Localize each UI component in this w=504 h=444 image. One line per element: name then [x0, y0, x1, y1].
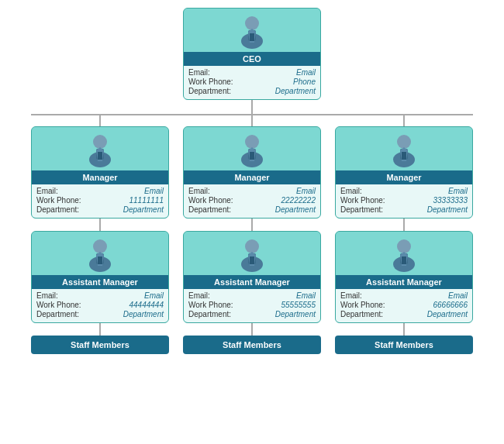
mgr3-person-icon: [386, 132, 422, 167]
assistant-level: Assistant Manager Email: Email Work Phon…: [31, 231, 473, 336]
mgr2-email-value: Email: [296, 187, 316, 195]
ceo-email-row: Email: Email: [188, 68, 316, 77]
staff-2-card: Staff Members: [183, 336, 321, 354]
asst3-v-bottom: [403, 323, 405, 336]
mgr2-email-label: Email:: [188, 187, 210, 195]
ceo-v-connector: [251, 100, 253, 114]
ceo-phone-value: Phone: [293, 77, 316, 86]
mgr1-avatar: [32, 127, 168, 170]
svg-point-15: [397, 135, 411, 149]
svg-point-20: [93, 239, 107, 253]
asst3-email-value: Email: [448, 291, 468, 300]
mgr2-dept-label: Department:: [188, 205, 231, 214]
asst3-body: Email: Email Work Phone: 66666666 Depart…: [336, 289, 472, 322]
mgr3-dept-label: Department:: [340, 205, 383, 214]
svg-point-10: [245, 135, 259, 149]
asst1-phone-row: Work Phone: 44444444: [36, 301, 164, 309]
manager-3-col: Manager Email: Email Work Phone: 3333333…: [335, 115, 473, 231]
asst2-dept-row: Department: Department: [188, 310, 316, 318]
asst1-person-icon: [82, 236, 118, 272]
asst2-email-row: Email: Email: [188, 291, 316, 300]
asst1-dept-row: Department: Department: [36, 310, 164, 318]
staff-1-card: Staff Members: [31, 336, 169, 354]
mgr1-phone-value: 11111111: [129, 196, 164, 205]
person-icon: [234, 13, 270, 49]
mgr2-email-row: Email: Email: [188, 187, 316, 195]
asst1-email-label: Email:: [36, 291, 58, 300]
svg-rect-14: [250, 152, 254, 160]
ceo-email-label: Email:: [188, 68, 210, 77]
mgr3-title: Manager: [336, 170, 472, 184]
mgr3-email-row: Email: Email: [340, 187, 468, 195]
asst3-phone-row: Work Phone: 66666666: [340, 301, 468, 309]
asst2-avatar: [184, 232, 320, 275]
asst1-col: Assistant Manager Email: Email Work Phon…: [31, 231, 169, 336]
mgr3-dept-row: Department: Department: [340, 205, 468, 214]
ceo-avatar: [184, 9, 320, 52]
ceo-title: CEO: [184, 52, 320, 66]
asst3-dept-value: Department: [427, 310, 468, 318]
mgr3-phone-value: 33333333: [433, 196, 468, 205]
asst3-email-row: Email: Email: [340, 291, 468, 300]
mgr2-body: Email: Email Work Phone: 22222222 Depart…: [184, 184, 320, 218]
asst3-email-label: Email:: [340, 291, 362, 300]
manager-3-card: Manager Email: Email Work Phone: 3333333…: [335, 126, 473, 219]
manager-1-card: Manager Email: Email Work Phone: 1111111…: [31, 126, 169, 219]
staff-3-label: Staff Members: [335, 336, 473, 354]
asst2-card: Assistant Manager Email: Email Work Phon…: [183, 231, 321, 323]
asst1-v-bottom: [99, 323, 101, 336]
asst3-phone-label: Work Phone:: [340, 301, 385, 309]
asst2-dept-label: Department:: [188, 310, 231, 318]
asst2-phone-row: Work Phone: 55555555: [188, 301, 316, 309]
asst3-title: Assistant Manager: [336, 275, 472, 289]
mgr1-dept-label: Department:: [36, 205, 79, 214]
mgr2-avatar: [184, 127, 320, 170]
mgr3-phone-row: Work Phone: 33333333: [340, 196, 468, 205]
ceo-level: CEO Email: Email Work Phone: Phone Depar…: [31, 8, 473, 115]
ceo-phone-row: Work Phone: Phone: [188, 77, 316, 86]
ceo-dept-label: Department:: [188, 87, 231, 95]
svg-point-5: [93, 135, 107, 149]
mgr1-v-top: [99, 115, 101, 126]
ceo-email-value: Email: [296, 68, 316, 77]
svg-point-25: [245, 239, 259, 253]
asst3-person-icon: [386, 236, 422, 272]
mgr2-v-top: [251, 115, 253, 126]
ceo-body: Email: Email Work Phone: Phone Departmen…: [184, 66, 320, 99]
mgr2-phone-value: 22222222: [281, 196, 316, 205]
svg-point-0: [245, 16, 259, 30]
svg-rect-24: [98, 256, 102, 264]
asst2-col: Assistant Manager Email: Email Work Phon…: [183, 231, 321, 336]
asst1-email-value: Email: [144, 291, 164, 300]
mgr1-email-row: Email: Email: [36, 187, 164, 195]
mgr1-person-icon: [82, 132, 118, 167]
asst2-body: Email: Email Work Phone: 55555555 Depart…: [184, 289, 320, 322]
asst1-card: Assistant Manager Email: Email Work Phon…: [31, 231, 169, 323]
mgr3-email-value: Email: [448, 187, 468, 195]
asst1-email-row: Email: Email: [36, 291, 164, 300]
asst3-dept-label: Department:: [340, 310, 383, 318]
mgr1-phone-label: Work Phone:: [36, 196, 81, 205]
org-chart: CEO Email: Email Work Phone: Phone Depar…: [8, 8, 496, 354]
mgr2-person-icon: [234, 132, 270, 167]
asst2-email-value: Email: [296, 291, 316, 300]
mgr1-dept-row: Department: Department: [36, 205, 164, 214]
manager-1-col: Manager Email: Email Work Phone: 1111111…: [31, 115, 169, 231]
mgr3-dept-value: Department: [427, 205, 468, 214]
staff-level: Staff Members Staff Members Staff Member…: [31, 336, 473, 354]
asst1-dept-value: Department: [123, 310, 164, 318]
mgr3-v-top: [403, 115, 405, 126]
ceo-dept-row: Department: Department: [188, 87, 316, 95]
staff-2-label: Staff Members: [183, 336, 321, 354]
asst2-v-bottom: [251, 323, 253, 336]
mgr1-phone-row: Work Phone: 11111111: [36, 196, 164, 205]
mgr3-v-bottom: [403, 219, 405, 231]
mgr2-v-bottom: [251, 219, 253, 231]
mgr2-phone-row: Work Phone: 22222222: [188, 196, 316, 205]
asst3-dept-row: Department: Department: [340, 310, 468, 318]
asst3-phone-value: 66666666: [433, 301, 468, 309]
mgr1-title: Manager: [32, 170, 168, 184]
asst3-col: Assistant Manager Email: Email Work Phon…: [335, 231, 473, 336]
svg-rect-19: [402, 152, 406, 160]
ceo-dept-value: Department: [275, 87, 316, 95]
